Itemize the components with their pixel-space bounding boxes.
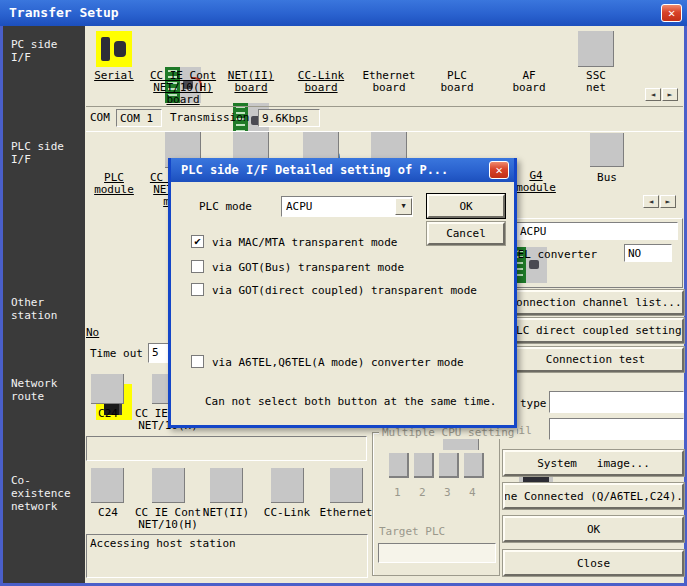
connection-test-button[interactable]: Connection test <box>507 347 684 372</box>
pc-icon-label-serial[interactable]: Serial <box>76 70 152 82</box>
coexistence-cc-link-icon[interactable] <box>271 468 304 503</box>
network-route-description-field <box>86 436 367 461</box>
multiple-cpu-groupbox: Multiple CPU setting 1 2 3 4 Target PLC <box>372 432 500 576</box>
cpu-slot-number-3: 3 <box>444 486 451 499</box>
transmission-label: Transmission <box>170 111 249 124</box>
window-close-button[interactable]: ✕ <box>661 4 682 22</box>
close-icon: ✕ <box>668 6 675 20</box>
pc-icon-label-net2[interactable]: NET(II) board <box>213 70 289 94</box>
mac-mta-checkbox[interactable]: ✔ <box>191 235 204 248</box>
pc-icon-label-cc-link[interactable]: CC-Link board <box>283 70 359 94</box>
pc-icon-label-ethernet[interactable]: Ethernet board <box>351 70 427 94</box>
got-direct-coupled-checkbox[interactable] <box>191 283 204 296</box>
window-titlebar[interactable]: Transfer Setup <box>0 0 687 26</box>
pc-icon-label-af-board[interactable]: AF board <box>491 70 567 94</box>
chevron-down-icon[interactable]: ▼ <box>395 198 412 215</box>
cpu-slot-number-2: 2 <box>419 486 426 499</box>
main-ok-button[interactable]: OK <box>503 516 684 542</box>
status-box: Accessing host station <box>86 534 368 578</box>
coexistence-c24-icon[interactable] <box>91 468 124 503</box>
got-bus-checkbox[interactable] <box>191 260 204 273</box>
cpu-slot-2[interactable] <box>414 453 434 478</box>
dialog-note-text: Can not select both button at the same t… <box>205 395 496 408</box>
pc-side-scroll-right-button[interactable]: ► <box>662 88 678 101</box>
coexistence-cc-icon[interactable] <box>152 468 185 503</box>
plc-type-label: type <box>520 397 547 410</box>
plc-type-value-field: ACPU <box>516 222 678 240</box>
dialog-ok-button[interactable]: OK <box>427 194 505 218</box>
tel-converter-value-field: NO <box>624 244 672 262</box>
left-arrow-icon: ◄ <box>651 90 656 99</box>
ssc-net-icon[interactable] <box>578 31 614 67</box>
cpu-slot-4[interactable] <box>464 453 484 478</box>
window-title: Transfer Setup <box>9 5 119 20</box>
type-field[interactable] <box>549 391 684 413</box>
right-arrow-icon: ► <box>666 197 671 206</box>
coexistence-label-cc-link[interactable]: CC-Link <box>253 507 321 519</box>
target-plc-field <box>378 543 496 563</box>
target-plc-label: Target PLC <box>379 525 445 538</box>
plc-mode-label: PLC mode <box>199 200 252 213</box>
dialog-cancel-button[interactable]: Cancel <box>427 222 505 245</box>
a6tel-converter-checkbox-label[interactable]: via A6TEL,Q6TEL(A mode) converter mode <box>212 356 464 369</box>
dialog-close-button[interactable]: ✕ <box>489 161 509 179</box>
other-station-label-no[interactable]: No <box>86 326 99 339</box>
sidebar-label-other-station: Other station <box>11 296 57 322</box>
dialog-title: PLC side I/F Detailed setting of P... <box>181 163 448 177</box>
plc-mode-value: ACPU <box>282 198 395 215</box>
timeout-label: Time out <box>90 347 143 360</box>
coexistence-net2-icon[interactable] <box>210 468 243 503</box>
serial-icon[interactable] <box>96 31 132 67</box>
plc-mode-dropdown[interactable]: ACPU ▼ <box>281 196 413 217</box>
sidebar-label-network-route: Network route <box>11 377 57 403</box>
right-arrow-icon: ► <box>668 90 673 99</box>
pc-side-scroll-left-button[interactable]: ◄ <box>645 88 661 101</box>
coexistence-label-net2[interactable]: NET(II) <box>192 507 260 519</box>
system-image-button[interactable]: System image... <box>503 450 684 476</box>
plc-side-detail-dialog: PLC side I/F Detailed setting of P... ✕ … <box>168 158 517 428</box>
plc-icon-label-plc-module[interactable]: PLC module <box>76 172 152 196</box>
pc-icon-label-plc-board[interactable]: PLC board <box>419 70 495 94</box>
got-direct-coupled-checkbox-label[interactable]: via GOT(direct coupled) transparent mode <box>212 284 477 297</box>
cpu-slot-1[interactable] <box>389 453 409 478</box>
sidebar: PC side I/F PLC side I/F Other station N… <box>3 26 85 583</box>
tel-converter-label: TEL converter <box>511 248 597 261</box>
coexistence-ethernet-icon[interactable] <box>330 468 363 503</box>
transfer-setup-window: Transfer Setup ✕ PC side I/F PLC side I/… <box>0 0 687 586</box>
bus-icon[interactable] <box>590 133 624 167</box>
com-label: COM <box>90 111 110 124</box>
com-port-field[interactable]: COM 1 <box>116 109 162 127</box>
pc-icon-label-cc-ie-cont[interactable]: CC IE Cont NET/10(H) board <box>145 70 221 106</box>
status-text: Accessing host station <box>90 537 236 550</box>
sidebar-label-pc-side: PC side I/F <box>11 38 57 64</box>
transmission-speed-field[interactable]: 9.6Kbps <box>258 109 320 127</box>
coexistence-label-ethernet[interactable]: Ethernet <box>312 507 380 519</box>
connection-channel-list-button[interactable]: Connection channel list... <box>507 290 684 315</box>
left-arrow-icon: ◄ <box>649 197 654 206</box>
main-close-button[interactable]: Close <box>503 550 684 576</box>
close-icon: ✕ <box>495 163 502 177</box>
cpu-slot-3[interactable] <box>439 453 459 478</box>
cpu-slot-number-1: 1 <box>394 486 401 499</box>
plc-icon-label-bus[interactable]: Bus <box>571 172 643 184</box>
dialog-titlebar[interactable]: PLC side I/F Detailed setting of P... <box>171 158 514 182</box>
plc-side-scroll-right-button[interactable]: ► <box>660 195 676 208</box>
mac-mta-checkbox-label[interactable]: via MAC/MTA transparent mode <box>212 236 397 249</box>
line-connected-button[interactable]: ine Connected (Q/A6TEL,C24).. <box>503 483 684 509</box>
network-route-c24-icon[interactable] <box>91 374 124 404</box>
plc-direct-coupled-setting-button[interactable]: PLC direct coupled setting <box>507 318 684 343</box>
cpu-slot-number-4: 4 <box>469 486 476 499</box>
sidebar-label-plc-side: PLC side I/F <box>11 140 64 166</box>
pc-icon-label-ssc-net[interactable]: SSC net <box>558 70 634 94</box>
plc-side-scroll-left-button[interactable]: ◄ <box>643 195 659 208</box>
detail-field <box>549 418 684 440</box>
a6tel-converter-checkbox[interactable] <box>191 355 204 368</box>
got-bus-checkbox-label[interactable]: via GOT(Bus) transparent mode <box>212 261 404 274</box>
